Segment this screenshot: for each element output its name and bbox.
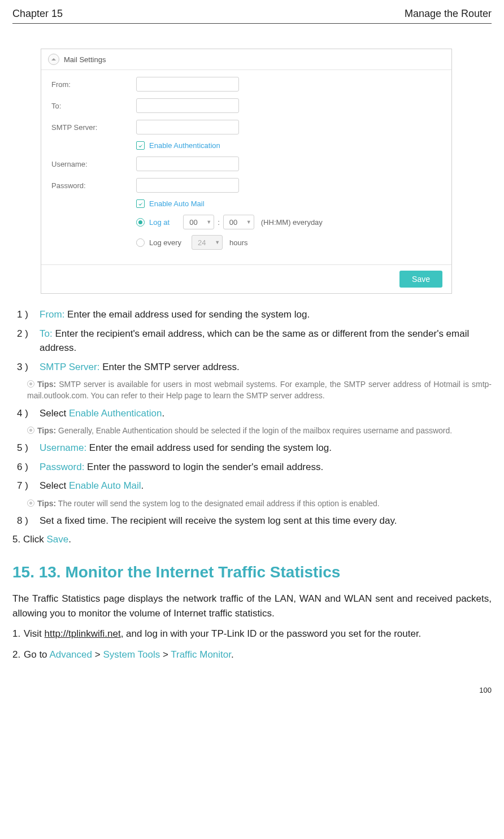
substep-2: 2 ) To: Enter the recipient's email addr…	[17, 327, 492, 355]
substep-1: 1 ) From: Enter the email address used f…	[17, 307, 492, 322]
substep-label: From:	[40, 309, 64, 320]
substep-label: Username:	[40, 442, 86, 453]
substep-7: 7 ) Select Enable Auto Mail.	[17, 479, 492, 493]
header-rule	[12, 23, 492, 24]
substep-4: 4 ) Select Enable Authentication.	[17, 406, 492, 421]
log-every-label: Log every	[149, 238, 181, 247]
substep-text: Set a fixed time. The recipient will rec…	[40, 514, 492, 528]
password-label: Password:	[51, 181, 136, 190]
substep-3: 3 ) SMTP Server: Enter the SMTP server a…	[17, 360, 492, 375]
substep-text: Enter the password to login the sender's…	[84, 462, 323, 472]
substep-num: 5 )	[17, 441, 40, 455]
username-label: Username:	[51, 160, 136, 168]
enable-automail-label: Enable Auto Mail	[149, 199, 205, 208]
log-every-radio[interactable]	[136, 238, 145, 247]
substep-num: 4 )	[17, 406, 40, 421]
enable-auth-label: Enable Authentication	[149, 141, 220, 150]
page-title: Manage the Router	[405, 8, 492, 20]
section-heading: 15. 13. Monitor the Internet Traffic Sta…	[12, 563, 492, 581]
step-label: Save	[46, 534, 68, 545]
substep-num: 1 )	[17, 307, 40, 322]
hour-spinner[interactable]: 00 ▼	[183, 215, 214, 229]
substep-8: 8 ) Set a fixed time. The recipient will…	[17, 514, 492, 528]
substep-text: Select	[40, 408, 69, 419]
substep-text: Enter the SMTP server address.	[99, 362, 239, 372]
enable-auth-checkbox[interactable]	[136, 141, 145, 150]
substep-label: To:	[40, 328, 53, 339]
tplinkwifi-link[interactable]: http://tplinkwifi.net	[45, 628, 121, 639]
from-label: From:	[51, 80, 136, 89]
substep-text: Enter the email address used for sending…	[86, 442, 332, 453]
step-text: 5. Click	[12, 534, 46, 545]
separator: >	[92, 649, 103, 660]
page-number: 100	[0, 678, 504, 698]
every-value: 24	[198, 238, 206, 247]
substep-label: Enable Authentication	[69, 408, 162, 419]
substep-text: Enter the recipient's email address, whi…	[40, 328, 469, 354]
substep-label: Password:	[40, 462, 84, 472]
step-text: .	[68, 534, 71, 545]
final-step-1: 1. Visit http://tplinkwifi.net, and log …	[12, 627, 492, 641]
step-text: Visit	[24, 628, 45, 639]
log-at-label: Log at	[149, 218, 170, 227]
password-input[interactable]	[136, 178, 239, 193]
tips-1: Tips: SMTP server is available for users…	[27, 379, 492, 402]
save-button[interactable]: Save	[399, 271, 442, 288]
substep-text: .	[141, 480, 144, 491]
tips-text: SMTP server is available for users in mo…	[27, 380, 492, 400]
substep-num: 3 )	[17, 360, 40, 375]
every-unit: hours	[229, 238, 248, 247]
username-input[interactable]	[136, 157, 239, 171]
substep-num: 7 )	[17, 479, 40, 493]
minute-spinner[interactable]: 00 ▼	[223, 215, 254, 229]
tips-label: Tips:	[27, 380, 56, 389]
chevron-down-icon: ▼	[206, 219, 211, 225]
to-input[interactable]	[136, 98, 239, 113]
tips-text: Generally, Enable Authentication should …	[56, 426, 452, 435]
log-at-radio[interactable]	[136, 218, 145, 227]
hhmm-suffix: (HH:MM) everyday	[261, 218, 323, 227]
tips-3: Tips: The router will send the system lo…	[27, 498, 492, 509]
section-paragraph: The Traffic Statistics page displays the…	[12, 592, 492, 621]
panel-title: Mail Settings	[64, 55, 106, 64]
enable-automail-checkbox[interactable]	[136, 199, 145, 208]
tips-label: Tips:	[27, 426, 56, 435]
substep-label: SMTP Server:	[40, 362, 99, 372]
minute-value: 00	[229, 218, 237, 227]
nav-advanced: Advanced	[49, 649, 92, 660]
smtp-label: SMTP Server:	[51, 123, 136, 132]
nav-system-tools: System Tools	[103, 649, 160, 660]
hour-value: 00	[189, 218, 197, 227]
chevron-down-icon: ▼	[215, 240, 220, 245]
collapse-icon[interactable]	[48, 54, 59, 65]
every-spinner[interactable]: 24 ▼	[192, 235, 223, 250]
to-label: To:	[51, 102, 136, 110]
nav-traffic-monitor: Traffic Monitor	[171, 649, 231, 660]
tips-label: Tips:	[27, 499, 56, 508]
colon-separator: :	[218, 218, 220, 227]
tips-text: The router will send the system log to t…	[56, 499, 380, 508]
tips-2: Tips: Generally, Enable Authentication s…	[27, 425, 492, 436]
from-input[interactable]	[136, 77, 239, 92]
step-num: 2.	[12, 647, 24, 662]
substep-6: 6 ) Password: Enter the password to logi…	[17, 460, 492, 475]
outer-step-5: 5. Click Save.	[12, 534, 492, 545]
substep-text: .	[162, 408, 164, 419]
smtp-input[interactable]	[136, 120, 239, 134]
substep-num: 8 )	[17, 514, 40, 528]
separator: >	[160, 649, 171, 660]
substep-label: Enable Auto Mail	[69, 480, 141, 491]
substep-text: Select	[40, 480, 69, 491]
substep-num: 2 )	[17, 327, 40, 355]
step-text: Go to	[24, 649, 49, 660]
step-num: 1.	[12, 627, 24, 641]
step-text: , and log in with your TP-Link ID or the…	[121, 628, 422, 639]
chevron-down-icon: ▼	[246, 219, 251, 225]
mail-settings-panel: Mail Settings From: To: SMTP Server:	[41, 49, 452, 294]
substep-text: Enter the email address used for sending…	[64, 309, 310, 320]
substep-num: 6 )	[17, 460, 40, 475]
chapter-label: Chapter 15	[12, 8, 63, 20]
substep-5: 5 ) Username: Enter the email address us…	[17, 441, 492, 455]
step-text: .	[231, 649, 234, 660]
final-step-2: 2. Go to Advanced > System Tools > Traff…	[12, 647, 492, 662]
